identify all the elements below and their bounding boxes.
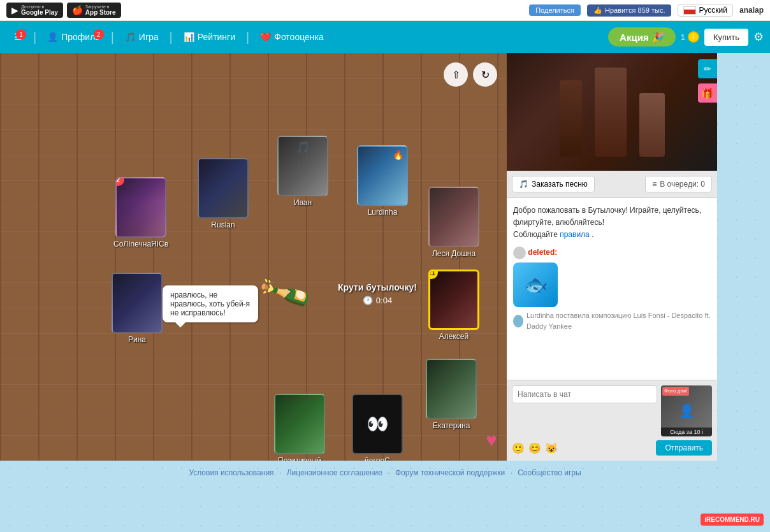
photo-day-text: Фото дня! [664,388,687,394]
song-notification-text: Lurdinha поставила композицию Luis Fonsi… [527,310,711,333]
name-ekaterina: Екатерина [433,421,470,430]
photo-day-label: Фото дня! [662,387,689,396]
photo-rate-icon: ❤️ [260,32,271,42]
nav-divider-4: | [246,30,249,45]
nav-menu[interactable]: ☰ 1 [6,28,30,46]
nav-profile-badge: 2 [94,29,104,40]
bottle: 🍾 [253,261,317,324]
player-alexey[interactable]: 11 Алексей [428,270,479,341]
app-store-btn[interactable]: 🍎 Загрузите в App Store [67,3,121,18]
emoji-button-2[interactable]: 😺 [545,442,558,454]
pencil-button[interactable]: ✏ [698,59,717,78]
queue-icon: ≡ [652,180,657,189]
chat-input-bottom: 🙂 😊 😺 Отправить [512,440,712,456]
nav-bar: ☰ 1 | 👤 Профиль 2 | 🎵 Игра | 📊 Рейтинги … [0,21,770,53]
music-icon: 🎵 [519,180,528,189]
nav-ratings-label: Рейтинги [198,32,235,42]
player-ekaterina[interactable]: Екатерина [426,359,477,430]
avatar-rina [112,273,163,333]
clock-icon: 🕐 [363,296,373,305]
profile-icon: 👤 [47,32,58,42]
nav-photo-rate-label: Фотооценка [274,32,324,42]
footer-link-community[interactable]: Сообщество игры [518,468,581,477]
heart-button[interactable]: ♥ [486,429,497,451]
rules-text-prefix: Соблюдайте [513,230,560,239]
footer-link-terms[interactable]: Условия использования [189,468,273,477]
player-pozitivny[interactable]: Позитивный [274,394,325,461]
video-figure-2 [595,68,627,157]
like-count: Нравится 859 тыс. [605,6,665,14]
timer-value: 0:04 [376,296,392,305]
name-ruslan: Ruslan [211,220,235,229]
buy-button[interactable]: Купить [704,29,748,46]
avatar-lurdinha: 🔥 [357,145,408,206]
send-button[interactable]: Отправить [656,440,712,456]
game-icon: 🎵 [125,32,136,42]
coin-icon: i [688,31,699,43]
name-yegres: йегреС [365,456,390,461]
video-figure-3 [639,93,665,157]
gift-button[interactable]: 🎁 [698,83,717,103]
language-button[interactable]: Русский [678,4,733,17]
nav-ratings[interactable]: 📊 Рейтинги [176,28,243,46]
nav-game-label: Игра [139,32,159,42]
song-request-label: Заказать песню [532,180,588,189]
settings-button[interactable]: ⚙ [753,30,764,44]
coin-display: 1 i [681,31,699,43]
chat-welcome: Добро пожаловать в Бутылочку! Играйте, ц… [513,205,711,241]
share-button[interactable]: Поделиться [529,4,581,16]
player-yegres[interactable]: 👀 йегреС [352,394,403,461]
player-ruslan[interactable]: Ruslan [198,158,249,229]
username-display: analap [739,6,764,15]
nav-divider-2: | [111,30,114,45]
refresh-button[interactable]: ↻ [473,62,497,87]
queue-label: В очереди: 0 [660,180,705,189]
deleted-user-label: deleted: [528,248,557,257]
avatar-yegres: 👀 [352,394,403,454]
lurdinha-avatar-small [513,315,523,327]
avatar-ivan: 🎵 [277,136,328,196]
nav-profile[interactable]: 👤 Профиль 2 [40,28,107,46]
song-bar: 🎵 Заказать песню ≡ В очереди: 0 [507,171,717,198]
name-soljnechnaya: СоЛInечнаЯIСв [113,240,168,248]
footer-link-license[interactable]: Лицензионное соглашение [287,468,382,477]
footer: Условия использования · Лицензионное сог… [0,461,770,485]
google-play-label: Google Play [21,9,58,16]
footer-link-support[interactable]: Форум технической поддержки [395,468,505,477]
song-request-button[interactable]: 🎵 Заказать песню [512,176,595,192]
thumb-up-icon: 👍 [593,6,602,15]
game-actions: ⇧ ↻ [444,62,497,87]
player-lesya[interactable]: Леся Дошна [428,187,479,258]
avatar-ekaterina [426,359,477,419]
game-area: ⇧ ↻ 2 СоЛInечнаЯIСв Ruslan 🎵 Иван 🔥 L [0,53,507,461]
chat-input-area: Фото дня! 👤 Сюда за 10 i 🙂 😊 😺 Отправить [507,380,717,461]
player-rina[interactable]: Рина [112,273,163,344]
name-lurdinha: Lurdinha [368,208,398,217]
photo-day-sub: Сюда за 10 i [661,428,712,436]
photo-of-day[interactable]: Фото дня! 👤 Сюда за 10 i [661,385,712,436]
share-game-button[interactable]: ⇧ [444,62,468,87]
name-pozitivny: Позитивный [278,456,321,461]
google-play-btn[interactable]: ▶ Доступно в Google Play [6,3,63,18]
emoji-button-1[interactable]: 😊 [528,442,541,454]
google-play-sub: Доступно в [21,4,58,9]
chat-input[interactable] [512,385,657,403]
player-ivan[interactable]: 🎵 Иван [277,136,328,207]
player-soljnechnaya[interactable]: 2 СоЛInечнаЯIСв [113,177,168,248]
google-play-icon: ▶ [11,5,18,15]
rules-link[interactable]: правила [560,230,590,239]
spin-text: Крути бутылочку! [338,282,417,292]
smile-button[interactable]: 🙂 [512,442,525,454]
ratings-icon: 📊 [184,32,194,42]
avatar-lesya [428,187,479,247]
chat-song-notification: Lurdinha поставила композицию Luis Fonsi… [513,310,711,333]
akcia-button[interactable]: Акция 🎉 [608,27,676,47]
video-background [507,53,717,171]
player-lurdinha[interactable]: 🔥 Lurdinha [357,145,408,217]
name-lesya: Леся Дошна [432,249,476,258]
video-scene [507,53,717,171]
like-button[interactable]: 👍 Нравится 859 тыс. [587,4,672,17]
nav-photo-rate[interactable]: ❤️ Фотооценка [252,28,331,46]
avatar-alexey: 11 [428,270,479,330]
nav-game[interactable]: 🎵 Игра [117,28,166,46]
